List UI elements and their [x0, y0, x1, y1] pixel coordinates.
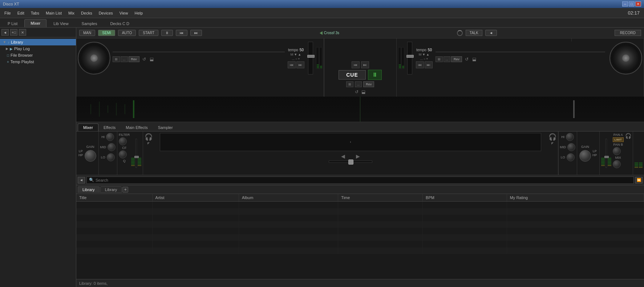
- deck1-plus[interactable]: +: [298, 57, 300, 61]
- library-forward-button[interactable]: ⏩: [635, 177, 643, 183]
- record-button[interactable]: RECORD: [615, 30, 641, 36]
- ch2-mix-knob[interactable]: [613, 160, 621, 168]
- semi-button[interactable]: SEMI: [98, 30, 115, 36]
- ch2-hi-knob[interactable]: [566, 133, 574, 141]
- ch2-gain-knob[interactable]: [579, 150, 591, 162]
- menu-help[interactable]: Help: [131, 10, 146, 16]
- deck1-fwd-btn[interactable]: ⏭: [361, 61, 369, 68]
- deck2-rev-button[interactable]: Rev: [451, 56, 462, 62]
- menu-view[interactable]: View: [117, 10, 131, 16]
- menu-mix[interactable]: Mix: [65, 10, 77, 16]
- tree-item-library[interactable]: ▼ ♪ Library: [0, 39, 76, 45]
- library-back-button[interactable]: ◄: [78, 177, 85, 183]
- ch2-panb-knob[interactable]: [613, 147, 621, 155]
- deck2-plus[interactable]: +: [426, 57, 428, 61]
- start-button[interactable]: START: [139, 30, 158, 36]
- col-bpm[interactable]: BPM: [423, 194, 507, 202]
- ch2-fader[interactable]: [605, 139, 607, 168]
- pause-button[interactable]: ⏸: [161, 30, 173, 36]
- menu-edit[interactable]: Edit: [15, 10, 27, 16]
- menu-mainlist[interactable]: Main List: [43, 10, 65, 16]
- lib-add-tab-button[interactable]: +: [122, 187, 128, 193]
- mixer-tab-mixer[interactable]: Mixer: [78, 124, 98, 131]
- deck1-pitch-fader[interactable]: [308, 42, 313, 74]
- tab-deckscd[interactable]: Decks C D: [104, 20, 135, 27]
- deck1-align-button[interactable]: ⬓: [149, 56, 154, 62]
- pan-right-arrow[interactable]: ▶: [356, 153, 360, 159]
- deck2-turntable[interactable]: [609, 42, 642, 74]
- mixer-tab-sampler[interactable]: Sampler: [153, 124, 178, 131]
- lib-tab-library1[interactable]: Library: [78, 186, 100, 193]
- menu-file[interactable]: File: [1, 10, 14, 16]
- deck1-arrow-down[interactable]: ▼: [294, 53, 297, 56]
- deck1-back-btn[interactable]: ⏮: [352, 61, 360, 68]
- sidebar-add-folder-button[interactable]: +□: [10, 29, 17, 36]
- deck1-cue-button[interactable]: CUE: [339, 70, 366, 80]
- deck1-skip-back[interactable]: ⏮: [288, 61, 296, 68]
- ch2-mid-knob[interactable]: [567, 143, 575, 151]
- tree-item-tempplaylist[interactable]: ▶ + Temp Playlist: [0, 58, 76, 65]
- deck1-align2-btn[interactable]: ⬓: [361, 89, 366, 95]
- col-myrating[interactable]: My Rating: [507, 194, 644, 202]
- menu-tabs[interactable]: Tabs: [28, 10, 42, 16]
- deck2-screen-button[interactable]: ⊞: [436, 56, 443, 62]
- deck1-minus[interactable]: −: [295, 57, 297, 61]
- mixer-tab-maineffects[interactable]: Main Effects: [121, 124, 153, 131]
- ch1-filter-knob[interactable]: [119, 137, 127, 145]
- headphone-left-button[interactable]: ◄: [485, 30, 497, 36]
- man-button[interactable]: MAN: [79, 30, 95, 36]
- deck2-skip-back[interactable]: ⏮: [416, 61, 424, 68]
- talk-button[interactable]: TALK: [466, 30, 482, 36]
- pan-left-arrow[interactable]: ◀: [341, 153, 345, 159]
- deck2-misc-button[interactable]: ...: [443, 56, 451, 62]
- maximize-button[interactable]: □: [629, 1, 635, 7]
- menu-devices[interactable]: Devices: [96, 10, 116, 16]
- ch1-lo-knob[interactable]: [107, 153, 115, 161]
- minimize-button[interactable]: ─: [622, 1, 628, 7]
- deck1-turntable[interactable]: [78, 42, 110, 74]
- sidebar-close-button[interactable]: ✕: [19, 29, 26, 36]
- tab-samples[interactable]: Samples: [76, 20, 104, 27]
- auto-button[interactable]: AUTO: [118, 30, 136, 36]
- tab-mixer[interactable]: Mixer: [24, 19, 46, 27]
- deck2-skip-fwd[interactable]: ⏭: [425, 61, 433, 68]
- deck1-loop2-btn[interactable]: ↺: [354, 89, 359, 95]
- mixer-tab-effects[interactable]: Effects: [98, 124, 121, 131]
- ch2-lo-knob[interactable]: [567, 153, 575, 161]
- menu-decks[interactable]: Decks: [78, 10, 95, 16]
- deck2-align-button[interactable]: ⬓: [471, 56, 477, 62]
- deck1-rev-button[interactable]: Rev: [129, 56, 139, 62]
- deck1-screen-button[interactable]: ⊞: [113, 56, 120, 62]
- deck2-arrow-down[interactable]: ▼: [422, 53, 425, 56]
- tab-libview[interactable]: Lib View: [47, 20, 74, 27]
- deck1-play-button[interactable]: ⏸: [368, 70, 382, 80]
- prev-button[interactable]: ⏮: [176, 30, 187, 36]
- tree-item-filebrowser[interactable]: ▶ □ File Browser: [0, 52, 76, 58]
- col-time[interactable]: Time: [338, 194, 423, 202]
- ch1-fader[interactable]: [135, 139, 137, 168]
- col-title[interactable]: Title: [76, 194, 152, 202]
- deck1-arrow-up[interactable]: ▲: [298, 53, 301, 56]
- deck1-skip-fwd[interactable]: ⏭: [296, 61, 304, 68]
- deck1-misc-button[interactable]: ...: [121, 56, 128, 62]
- deck2-loop-button[interactable]: ↺: [464, 56, 469, 62]
- col-artist[interactable]: Artist: [152, 194, 239, 202]
- crossfader[interactable]: [329, 161, 372, 163]
- ch1-gain-knob[interactable]: [85, 150, 96, 162]
- ch1-cf-knob[interactable]: [119, 150, 127, 158]
- next-button[interactable]: ⏭: [190, 30, 202, 36]
- tree-item-playlog[interactable]: ▶ ▶ Play Log: [0, 45, 76, 52]
- deck1-loop-button[interactable]: ↺: [142, 56, 147, 62]
- limit-button[interactable]: LIMIT: [613, 137, 624, 142]
- lib-tab-library2[interactable]: Library: [100, 186, 122, 193]
- ch1-hi-knob[interactable]: [106, 133, 114, 141]
- deck2-minus[interactable]: −: [424, 57, 425, 61]
- deck2-arrow-up[interactable]: ▲: [426, 53, 429, 56]
- deck1-misc2-btn[interactable]: ⊞: [346, 81, 353, 87]
- col-album[interactable]: Album: [239, 194, 338, 202]
- deck1-rev2-btn[interactable]: Rev: [363, 81, 374, 87]
- deck2-pitch-fader[interactable]: [407, 42, 412, 74]
- sidebar-back-button[interactable]: ◄: [1, 29, 9, 36]
- ch1-mid-knob[interactable]: [108, 143, 116, 151]
- deck1-dots-btn[interactable]: ...: [355, 81, 362, 87]
